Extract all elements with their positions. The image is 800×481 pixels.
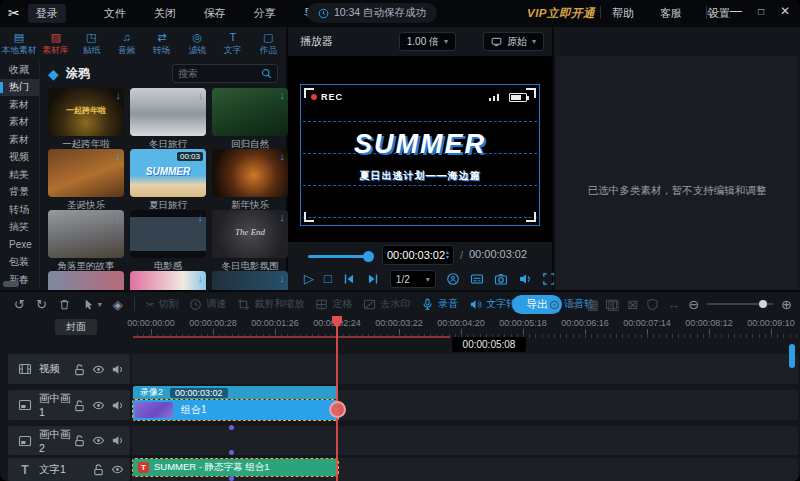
template-thumbnail[interactable]: ↓ bbox=[130, 271, 206, 290]
library-tab[interactable]: ▢ 作品 bbox=[251, 29, 286, 60]
split-view-icon[interactable]: ◫ bbox=[607, 298, 619, 311]
download-icon[interactable]: ↓ bbox=[198, 89, 204, 101]
download-icon[interactable]: ↓ bbox=[198, 211, 204, 223]
sidebar-scroll-thumb[interactable] bbox=[3, 281, 19, 287]
time-spinner[interactable]: ▴ ▾ bbox=[446, 250, 449, 260]
zoom-knob[interactable] bbox=[759, 300, 767, 308]
library-tab[interactable]: ▨ 素材库 bbox=[38, 29, 73, 60]
menu-item[interactable]: 文件 bbox=[104, 6, 126, 21]
crop-box-icon[interactable]: ⊠ bbox=[627, 298, 638, 311]
speaker-icon[interactable] bbox=[111, 434, 124, 447]
snapshot-camera-icon[interactable] bbox=[494, 272, 508, 286]
stop-button[interactable]: □ bbox=[324, 272, 332, 286]
category-item[interactable]: 收藏 bbox=[0, 61, 39, 79]
next-frame-button[interactable] bbox=[366, 272, 380, 286]
spinner-down-icon[interactable]: ▾ bbox=[446, 255, 449, 260]
template-thumbnail[interactable]: SUMMER 00:03 夏日旅行 bbox=[130, 149, 206, 210]
download-icon[interactable]: ↓ bbox=[116, 89, 122, 101]
frame-step-dropdown[interactable]: 1/2 ▾ bbox=[390, 270, 436, 288]
category-item[interactable]: 视频 bbox=[0, 149, 39, 167]
text-clip[interactable]: T SUMMER - 静态字幕 组合1 bbox=[133, 459, 338, 476]
login-button[interactable]: 登录 bbox=[28, 4, 66, 23]
category-item[interactable]: 素材 bbox=[0, 131, 39, 149]
close-button[interactable]: ✕ bbox=[780, 4, 790, 18]
remove-watermark-tool[interactable]: 去水印 bbox=[363, 297, 410, 311]
template-thumbnail[interactable]: ↓ 圣诞快乐 bbox=[48, 149, 124, 210]
eye-icon[interactable] bbox=[92, 363, 105, 376]
lock-icon[interactable] bbox=[92, 463, 105, 476]
cover-button[interactable]: 封面 bbox=[55, 319, 97, 335]
eye-icon[interactable] bbox=[92, 434, 105, 447]
top-link[interactable]: 帮助 bbox=[612, 6, 634, 21]
library-tab[interactable]: ▤ 本地素材 bbox=[0, 29, 38, 60]
category-item[interactable]: 背景 bbox=[0, 184, 39, 202]
search-icon[interactable] bbox=[261, 68, 272, 79]
group-clip[interactable]: 组合1 bbox=[133, 400, 338, 420]
undo-button[interactable]: ↺ bbox=[14, 298, 25, 311]
record-audio-tool[interactable]: 录音 bbox=[421, 297, 458, 311]
minimize-button[interactable]: — bbox=[730, 4, 742, 18]
template-thumbnail[interactable]: ↓ bbox=[48, 271, 124, 290]
download-icon[interactable]: ↓ bbox=[280, 272, 286, 284]
redo-button[interactable]: ↻ bbox=[36, 298, 47, 311]
video-frame[interactable]: REC SUMMER 夏日出逃计划——海边篇 bbox=[300, 84, 540, 226]
search-input[interactable] bbox=[178, 68, 261, 79]
eye-icon[interactable] bbox=[111, 463, 124, 476]
keyframe-button[interactable]: ◈ bbox=[113, 298, 123, 311]
template-thumbnail[interactable]: ↓ 新年快乐 bbox=[212, 149, 288, 210]
download-icon[interactable]: ↓ bbox=[116, 150, 122, 162]
eye-icon[interactable] bbox=[92, 399, 105, 412]
menu-item[interactable]: 分享 bbox=[254, 6, 276, 21]
motion-tracking-icon[interactable] bbox=[446, 272, 460, 286]
template-thumbnail[interactable]: ↓ 电影感 bbox=[130, 210, 206, 271]
volume-icon[interactable] bbox=[518, 272, 532, 286]
category-item[interactable]: 转场 bbox=[0, 201, 39, 219]
recording-clip[interactable]: 录像2 00:00:03:02 bbox=[133, 386, 338, 399]
home-icon[interactable]: ⌂ bbox=[707, 4, 714, 18]
download-icon[interactable]: ↓ bbox=[116, 272, 122, 284]
speaker-icon[interactable] bbox=[111, 399, 124, 412]
shield-icon[interactable] bbox=[646, 298, 659, 311]
lock-icon[interactable] bbox=[73, 363, 86, 376]
maximize-button[interactable]: □ bbox=[758, 6, 764, 17]
category-item[interactable]: 精美 bbox=[0, 166, 39, 184]
subtitle-icon[interactable] bbox=[470, 272, 484, 286]
lock-icon[interactable] bbox=[73, 434, 86, 447]
play-button[interactable]: ▷ bbox=[304, 272, 314, 286]
library-tab[interactable]: ♫ 音频 bbox=[109, 29, 144, 60]
category-item[interactable]: 包装 bbox=[0, 254, 39, 272]
current-time-field[interactable]: 00:00:03:02 ▴ ▾ bbox=[382, 245, 454, 265]
library-tab[interactable]: ◳ 贴纸 bbox=[73, 29, 108, 60]
select-tool-button[interactable]: ▾ bbox=[82, 298, 102, 311]
download-icon[interactable]: ↓ bbox=[280, 89, 286, 101]
category-item[interactable]: Pexe bbox=[0, 236, 39, 254]
speaker-icon[interactable] bbox=[111, 363, 124, 376]
time-ruler[interactable]: 00:00:00:0000:00:00:2800:00:01:2600:00:0… bbox=[133, 317, 798, 338]
swap-icon[interactable]: ⇆ bbox=[568, 298, 579, 311]
vip-upgrade-button[interactable]: VIP立即开通 bbox=[527, 6, 595, 21]
clip-trim-handle[interactable] bbox=[329, 401, 346, 418]
template-thumbnail[interactable]: ↓ 冬日旅行 bbox=[130, 88, 206, 149]
menu-item[interactable]: 关闭 bbox=[154, 6, 176, 21]
template-thumbnail[interactable]: ↓ bbox=[212, 271, 288, 290]
aspect-ratio-dropdown[interactable]: 原始 ▾ bbox=[483, 32, 544, 51]
library-tab[interactable]: ◎ 滤镜 bbox=[180, 29, 215, 60]
download-icon[interactable]: ↓ bbox=[198, 272, 204, 284]
playhead-line[interactable] bbox=[336, 316, 338, 481]
speed-tool[interactable]: 调速 bbox=[189, 297, 226, 311]
template-thumbnail[interactable]: The End ↓ 冬日电影氛围 bbox=[212, 210, 288, 271]
seek-knob[interactable] bbox=[363, 251, 374, 262]
playback-speed-dropdown[interactable]: 1.00 倍 ▾ bbox=[399, 32, 456, 51]
download-icon[interactable]: ↓ bbox=[116, 211, 122, 223]
category-item[interactable]: 热门 bbox=[0, 79, 39, 97]
download-icon[interactable]: ↓ bbox=[280, 150, 286, 162]
cut-tool[interactable]: ✂切割 bbox=[146, 297, 178, 311]
snap-icon[interactable]: ⊙ bbox=[549, 298, 560, 311]
menu-item[interactable]: 保存 bbox=[204, 6, 226, 21]
timeline-zoom-in-icon[interactable]: ⊕ bbox=[781, 298, 792, 311]
timeline-zoom-slider[interactable] bbox=[707, 303, 773, 305]
previous-frame-button[interactable] bbox=[342, 272, 356, 286]
category-item[interactable]: 素材 bbox=[0, 96, 39, 114]
library-tab[interactable]: T 文字 bbox=[215, 29, 250, 60]
category-item[interactable]: 搞笑 bbox=[0, 219, 39, 237]
